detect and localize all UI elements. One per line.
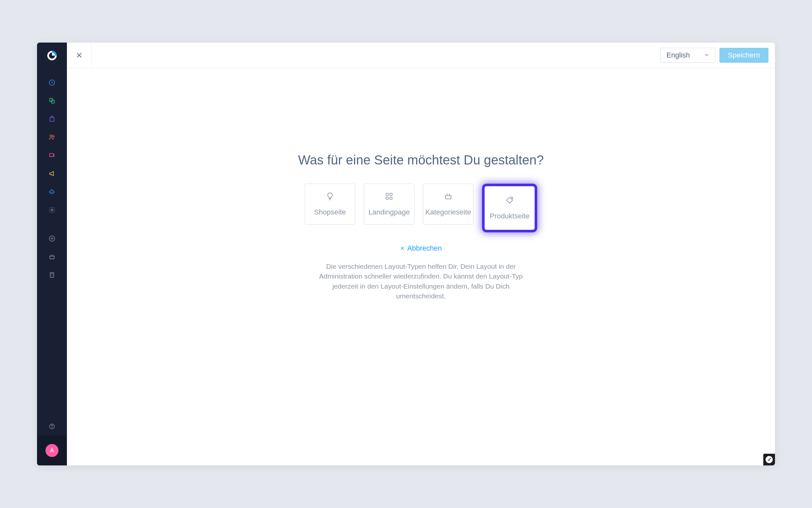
- language-value: English: [667, 51, 690, 59]
- content: Was für eine Seite möchtest Du gestalten…: [67, 68, 775, 465]
- sidebar-nav: [37, 74, 67, 284]
- symfony-badge[interactable]: [763, 454, 775, 465]
- page-type-options: Shopseite Landingpage: [305, 184, 537, 232]
- tag-icon: [505, 196, 514, 206]
- sidebar-item-catalog[interactable]: [37, 92, 67, 110]
- sidebar-item-extensions[interactable]: [37, 183, 67, 201]
- svg-point-19: [766, 456, 773, 463]
- cancel-link[interactable]: Abbrechen: [400, 244, 442, 253]
- sidebar-item-calculator[interactable]: [37, 266, 67, 284]
- svg-rect-17: [390, 197, 392, 199]
- svg-rect-14: [386, 194, 388, 196]
- option-label: Kategorieseite: [426, 208, 471, 216]
- svg-rect-15: [390, 194, 392, 196]
- sidebar-item-help[interactable]: [37, 417, 67, 435]
- save-button[interactable]: Speichern: [719, 48, 768, 63]
- option-landingpage[interactable]: Landingpage: [364, 184, 415, 224]
- svg-point-9: [51, 209, 53, 211]
- sidebar-item-dashboard[interactable]: [37, 74, 67, 92]
- sidebar-item-settings[interactable]: [37, 201, 67, 219]
- cancel-label: Abbrechen: [407, 244, 442, 253]
- option-kategorieseite[interactable]: Kategorieseite: [423, 184, 474, 224]
- sidebar-item-orders[interactable]: [37, 110, 67, 128]
- svg-point-7: [53, 135, 54, 137]
- svg-rect-5: [50, 117, 54, 121]
- sidebar-bottom: A: [37, 417, 67, 465]
- basket-icon: [444, 192, 453, 202]
- option-label: Landingpage: [368, 208, 410, 216]
- avatar-letter: A: [50, 447, 54, 454]
- svg-point-6: [50, 135, 52, 137]
- svg-rect-3: [50, 98, 53, 101]
- app-window: A English Speichern Was für eine Seite m: [37, 43, 775, 465]
- option-shopseite[interactable]: Shopseite: [305, 184, 355, 224]
- svg-rect-8: [50, 154, 54, 157]
- app-logo[interactable]: [37, 43, 67, 68]
- close-icon: [400, 244, 405, 253]
- lightbulb-icon: [326, 192, 335, 202]
- page-heading: Was für eine Seite möchtest Du gestalten…: [298, 153, 544, 167]
- user-avatar: A: [45, 444, 58, 457]
- sidebar-item-add[interactable]: [37, 229, 67, 248]
- main-area: English Speichern Was für eine Seite möc…: [67, 43, 775, 465]
- helper-text: Die verschiedenen Layout-Typen helfen Di…: [307, 262, 535, 301]
- language-select[interactable]: English: [660, 48, 716, 63]
- close-button[interactable]: [67, 43, 92, 68]
- user-avatar-wrap[interactable]: A: [37, 435, 67, 465]
- grid-icon: [385, 192, 394, 202]
- option-label: Shopseite: [314, 208, 346, 216]
- sidebar-item-content[interactable]: [37, 146, 67, 164]
- option-produktseite[interactable]: Produktseite: [482, 184, 537, 232]
- sidebar-item-basket[interactable]: [37, 248, 67, 266]
- svg-point-18: [511, 198, 512, 199]
- chevron-down-icon: [704, 51, 709, 59]
- svg-rect-16: [386, 197, 388, 199]
- option-label: Produktseite: [490, 212, 529, 220]
- svg-rect-4: [51, 100, 54, 103]
- svg-point-13: [52, 428, 52, 428]
- sidebar-item-customers[interactable]: [37, 128, 67, 146]
- sidebar-item-marketing[interactable]: [37, 164, 67, 183]
- sidebar: A: [37, 43, 67, 465]
- topbar: English Speichern: [67, 43, 775, 68]
